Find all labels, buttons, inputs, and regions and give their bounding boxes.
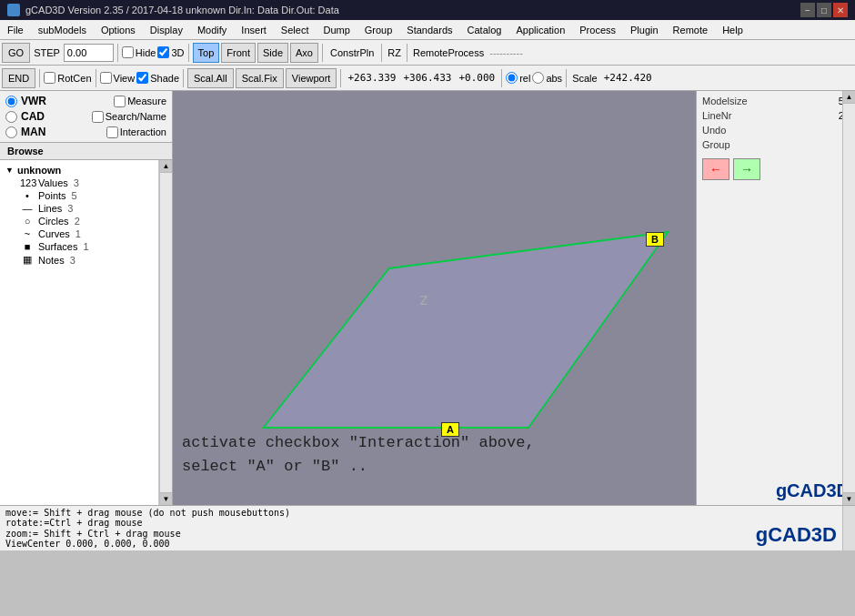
go-button[interactable]: GO (2, 43, 30, 63)
sep8 (183, 69, 184, 87)
menu-item-select[interactable]: Select (274, 20, 317, 39)
search-checkbox-label[interactable]: Search/Name (92, 111, 166, 123)
vwr-mode[interactable]: VWR Measure (5, 95, 166, 107)
rel-radio[interactable] (506, 72, 518, 84)
scroll-up-btn[interactable]: ▲ (160, 160, 172, 173)
menu-item-display[interactable]: Display (143, 20, 190, 39)
x-coord: +263.339 (345, 72, 398, 84)
view-side-button[interactable]: Side (257, 43, 288, 63)
step-input[interactable] (64, 44, 114, 62)
shade-checkbox[interactable] (136, 72, 148, 84)
point-b-marker[interactable]: B (646, 232, 664, 247)
tree-item-circles[interactable]: ○Circles2 (2, 215, 156, 227)
view-label[interactable]: View (100, 72, 136, 84)
undo-row: Undo 0 (702, 124, 850, 136)
center-z-label: z (419, 288, 429, 308)
menu-item-remote[interactable]: Remote (666, 20, 716, 39)
menu-item-options[interactable]: Options (94, 20, 143, 39)
menu-item-help[interactable]: Help (715, 20, 750, 39)
scroll-down-btn[interactable]: ▼ (160, 492, 172, 505)
title-bar: gCAD3D Version 2.35 / 2017-04-18 unknown… (0, 0, 855, 20)
menu-item-application[interactable]: Application (508, 20, 572, 39)
tree-child-count: 1 (75, 228, 81, 239)
rotcen-label[interactable]: RotCen (44, 72, 91, 84)
rel-label[interactable]: rel (506, 72, 530, 84)
right-scroll-down[interactable]: ▼ (843, 492, 855, 505)
viewport-button[interactable]: Viewport (286, 68, 337, 88)
scal-fix-button[interactable]: Scal.Fix (236, 68, 284, 88)
status-line4: ViewCenter 0.000, 0.000, 0.000 (5, 539, 850, 549)
menu-item-submodels[interactable]: subModels (31, 20, 94, 39)
tree-item-lines[interactable]: —Lines3 (2, 202, 156, 215)
nav-forward-button[interactable]: → (733, 158, 760, 180)
toolbar1: GO STEP Hide 3D Top Front Side Axo Const… (0, 40, 855, 66)
interaction-checkbox[interactable] (106, 126, 118, 138)
measure-checkbox[interactable] (114, 96, 126, 107)
tree-child-label: Notes (38, 255, 65, 266)
hide-checkbox[interactable] (122, 46, 134, 58)
scroll-track (160, 173, 172, 492)
menu-item-standards[interactable]: Standards (399, 20, 459, 39)
tree-root[interactable]: ▼ unknown (2, 164, 156, 177)
shade-label[interactable]: Shade (136, 72, 179, 84)
nav-back-button[interactable]: ← (702, 158, 729, 180)
menu-item-modify[interactable]: Modify (190, 20, 234, 39)
man-radio[interactable] (5, 126, 17, 138)
threed-checkbox[interactable] (157, 46, 169, 58)
tree-item-curves[interactable]: ~Curves1 (2, 227, 156, 240)
tree-item-points[interactable]: •Points5 (2, 189, 156, 202)
right-scroll-up[interactable]: ▲ (843, 91, 855, 104)
tree-child-count: 3 (67, 203, 73, 214)
scale-label: Scale (570, 73, 599, 84)
status-line3: zoom:= Shift + Ctrl + drag mouse (5, 529, 850, 539)
interaction-checkbox-label[interactable]: Interaction (106, 126, 166, 138)
vwr-radio[interactable] (5, 96, 17, 107)
cad-mode[interactable]: CAD Search/Name (5, 110, 166, 123)
menu-item-dump[interactable]: Dump (316, 20, 357, 39)
rotcen-checkbox[interactable] (44, 72, 55, 84)
right-scrollbar[interactable]: ▲ ▼ (842, 91, 855, 505)
menu-item-catalog[interactable]: Catalog (460, 20, 509, 39)
tree-item-notes[interactable]: ▦Notes3 (2, 253, 156, 267)
constrpln-label: ConstrPln (327, 47, 377, 58)
view-top-button[interactable]: Top (193, 43, 220, 63)
abs-radio[interactable] (532, 72, 544, 84)
app-icon (7, 4, 20, 16)
scal-all-button[interactable]: Scal.All (187, 68, 234, 88)
viewport[interactable]: A B z activate checkbox "Interaction" ab… (173, 91, 696, 505)
end-button[interactable]: END (2, 68, 35, 88)
menu-item-insert[interactable]: Insert (234, 20, 274, 39)
tree-root-label: unknown (17, 165, 61, 176)
close-button[interactable]: ✕ (833, 3, 848, 17)
scale-value: +242.420 (601, 72, 655, 84)
cad-radio[interactable] (5, 111, 17, 123)
man-mode[interactable]: MAN Interaction (5, 126, 166, 138)
title-text: gCAD3D Version 2.35 / 2017-04-18 unknown… (25, 5, 339, 15)
abs-label[interactable]: abs (532, 72, 562, 84)
search-checkbox[interactable] (92, 111, 104, 123)
logo-area: gCAD3D (702, 480, 850, 501)
bottom-logo: gCAD3D (756, 523, 837, 547)
left-scrollbar[interactable]: ▲ ▼ (159, 160, 172, 505)
view-front-button[interactable]: Front (221, 43, 256, 63)
tree-child-count: 2 (75, 216, 80, 227)
browse-tab[interactable]: Browse (0, 143, 172, 160)
tree-item-surfaces[interactable]: ■Surfaces1 (2, 240, 156, 253)
gcad3d-logo: gCAD3D (776, 480, 850, 500)
tree-item-values[interactable]: 123Values3 (2, 177, 156, 189)
minimize-button[interactable]: − (800, 3, 815, 17)
view-checkbox[interactable] (100, 72, 112, 84)
threed-checkbox-label[interactable]: 3D (157, 46, 184, 58)
tree-child-label: Curves (38, 228, 70, 239)
remote-label: RemoteProcess (411, 47, 486, 58)
view-axo-button[interactable]: Axo (290, 43, 318, 63)
measure-checkbox-label[interactable]: Measure (114, 96, 166, 107)
menu-item-process[interactable]: Process (572, 20, 623, 39)
maximize-button[interactable]: □ (817, 3, 831, 17)
menu-item-plugin[interactable]: Plugin (623, 20, 666, 39)
tree-child-label: Surfaces (38, 241, 77, 252)
menu-item-file[interactable]: File (0, 20, 31, 39)
z-coord: +0.000 (456, 72, 498, 84)
menu-item-group[interactable]: Group (357, 20, 400, 39)
hide-checkbox-label[interactable]: Hide (122, 46, 156, 58)
